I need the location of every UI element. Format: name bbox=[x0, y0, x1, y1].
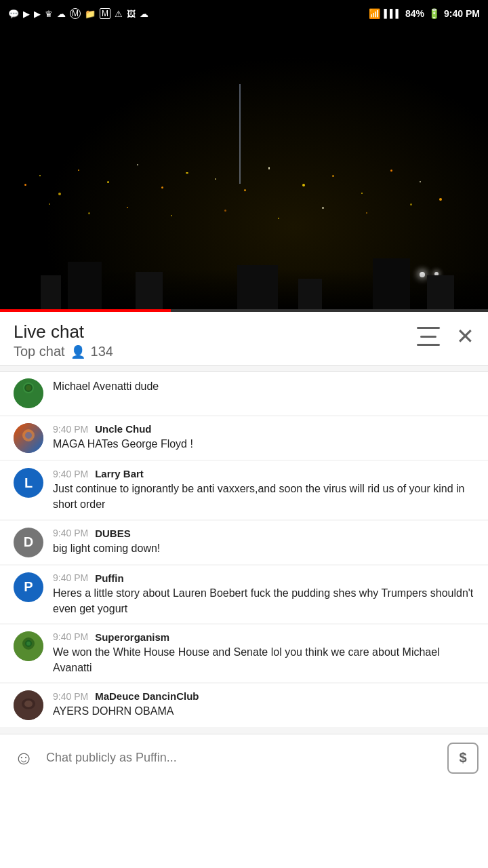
chat-message: 9:40 PM Uncle Chud MAGA HATes George Flo… bbox=[0, 416, 488, 460]
status-indicators: 📶 ▌▌▌ 84% 🔋 9:40 PM bbox=[369, 8, 480, 19]
battery-icon: 🔋 bbox=[428, 8, 440, 19]
status-bar: 💬 ▶ ▶ ♛ ☁ M 📁 M ⚠ 🖼 ☁ 📶 ▌▌▌ 84% 🔋 9:40 P… bbox=[0, 0, 488, 27]
svg-point-13 bbox=[24, 701, 33, 707]
message-time: 9:40 PM bbox=[53, 631, 88, 642]
filter-line-1 bbox=[417, 327, 440, 329]
video-player[interactable] bbox=[0, 27, 488, 312]
message-meta: 9:40 PM Superorganism bbox=[53, 631, 474, 643]
message-time: 9:40 PM bbox=[53, 528, 88, 538]
message-author: Uncle Chud bbox=[95, 423, 151, 435]
filter-button[interactable] bbox=[417, 327, 440, 346]
viewer-icon: 👤 bbox=[70, 344, 85, 359]
video-frame bbox=[0, 27, 488, 312]
message-author: Superorganism bbox=[95, 631, 169, 643]
message-text: We won the White House House and Senate … bbox=[53, 644, 474, 675]
message-meta: 9:40 PM MaDeuce DancinClub bbox=[53, 690, 474, 702]
chat-input-bar: ☺ $ bbox=[0, 734, 488, 781]
viewer-count: 134 bbox=[91, 344, 113, 359]
message-text: Heres a little story about Lauren Boeber… bbox=[53, 585, 474, 616]
svg-point-6 bbox=[25, 432, 32, 439]
avatar: L bbox=[14, 468, 43, 498]
message-author: Larry Bart bbox=[95, 468, 144, 479]
message-content: 9:40 PM Larry Bart Just continue to igno… bbox=[53, 468, 474, 512]
live-chat-panel: Live chat Top chat 👤 134 ✕ bbox=[0, 312, 488, 781]
avatar: P bbox=[14, 572, 43, 602]
message-text: big light coming down! bbox=[53, 540, 474, 556]
message-content: 9:40 PM MaDeuce DancinClub AYERS DOHRN O… bbox=[53, 690, 474, 719]
message-content: 9:40 PM Superorganism We won the White H… bbox=[53, 631, 474, 675]
message-text: MAGA HATes George Floyd ! bbox=[53, 436, 474, 452]
message-author: Puffin bbox=[95, 572, 124, 584]
message-content: Michael Avenatti dude bbox=[53, 378, 474, 394]
svg-point-3 bbox=[26, 385, 31, 391]
chat-message: D 9:40 PM DUBES big light coming down! bbox=[0, 521, 488, 564]
message-meta: 9:40 PM DUBES bbox=[53, 528, 474, 539]
message-content: 9:40 PM Puffin Heres a little story abou… bbox=[53, 572, 474, 616]
m-icon: M bbox=[70, 8, 81, 19]
video-progress-fill bbox=[0, 309, 171, 312]
filter-line-2 bbox=[420, 336, 436, 338]
message-text: Just continue to ignorantly be anti vaxx… bbox=[53, 481, 474, 512]
message-time: 9:40 PM bbox=[53, 424, 88, 435]
message-time: 9:40 PM bbox=[53, 691, 88, 702]
filter-line-3 bbox=[417, 344, 440, 346]
message-time: 9:40 PM bbox=[53, 572, 88, 583]
folder-icon: 📁 bbox=[85, 9, 96, 19]
avatar bbox=[14, 423, 43, 453]
chat-header: Live chat Top chat 👤 134 ✕ bbox=[0, 312, 488, 366]
city-lights bbox=[0, 27, 488, 312]
chat-message: Michael Avenatti dude bbox=[0, 371, 488, 415]
crown-icon: ♛ bbox=[45, 9, 53, 19]
message-content: 9:40 PM DUBES big light coming down! bbox=[53, 528, 474, 556]
wifi-icon: 📶 bbox=[369, 8, 380, 19]
message-content: 9:40 PM Uncle Chud MAGA HATes George Flo… bbox=[53, 423, 474, 452]
chat-header-left: Live chat Top chat 👤 134 bbox=[14, 321, 113, 359]
signal-icon: ▌▌▌ bbox=[384, 9, 402, 18]
yt-icon2: ▶ bbox=[34, 9, 41, 19]
avatar: D bbox=[14, 528, 43, 557]
chat-message: 9:40 PM MaDeuce DancinClub AYERS DOHRN O… bbox=[0, 684, 488, 727]
yt-icon: ▶ bbox=[23, 9, 30, 19]
close-button[interactable]: ✕ bbox=[456, 326, 474, 347]
avatar bbox=[14, 378, 43, 408]
cloud2-icon: ☁ bbox=[140, 9, 148, 19]
message-text: AYERS DOHRN OBAMA bbox=[53, 703, 474, 719]
chat-message: P 9:40 PM Puffin Heres a little story ab… bbox=[0, 566, 488, 623]
top-chat-label[interactable]: Top chat bbox=[14, 344, 65, 359]
msg-icon: 💬 bbox=[8, 9, 19, 19]
message-meta: 9:40 PM Larry Bart bbox=[53, 468, 474, 479]
message-meta: 9:40 PM Puffin bbox=[53, 572, 474, 584]
dollar-icon: $ bbox=[459, 750, 466, 766]
video-progress-bar[interactable] bbox=[0, 309, 488, 312]
m2-icon: M bbox=[100, 8, 110, 19]
message-author: MaDeuce DancinClub bbox=[95, 690, 199, 702]
chat-header-right: ✕ bbox=[417, 326, 474, 347]
battery-text: 84% bbox=[405, 8, 424, 19]
clock: 9:40 PM bbox=[444, 8, 480, 19]
avatar bbox=[14, 631, 43, 661]
avatar bbox=[14, 690, 43, 720]
message-text: Michael Avenatti dude bbox=[53, 378, 474, 394]
img-icon: 🖼 bbox=[127, 9, 136, 19]
chat-subtitle: Top chat 👤 134 bbox=[14, 344, 113, 359]
status-icons: 💬 ▶ ▶ ♛ ☁ M 📁 M ⚠ 🖼 ☁ bbox=[8, 8, 148, 19]
message-meta: 9:40 PM Uncle Chud bbox=[53, 423, 474, 435]
cloud-icon: ☁ bbox=[57, 9, 66, 19]
chat-message: L 9:40 PM Larry Bart Just continue to ig… bbox=[0, 461, 488, 519]
chat-messages-list: Michael Avenatti dude 9:40 PM Uncle Chud… bbox=[0, 366, 488, 734]
emoji-button[interactable]: ☺ bbox=[9, 744, 38, 772]
super-chat-button[interactable]: $ bbox=[447, 743, 479, 774]
chat-message: 9:40 PM Superorganism We won the White H… bbox=[0, 625, 488, 682]
warning-icon: ⚠ bbox=[115, 9, 123, 19]
chat-title: Live chat bbox=[14, 321, 113, 342]
message-author: DUBES bbox=[95, 528, 131, 539]
chat-input[interactable] bbox=[46, 751, 439, 765]
message-time: 9:40 PM bbox=[53, 469, 88, 479]
svg-point-10 bbox=[26, 642, 30, 646]
